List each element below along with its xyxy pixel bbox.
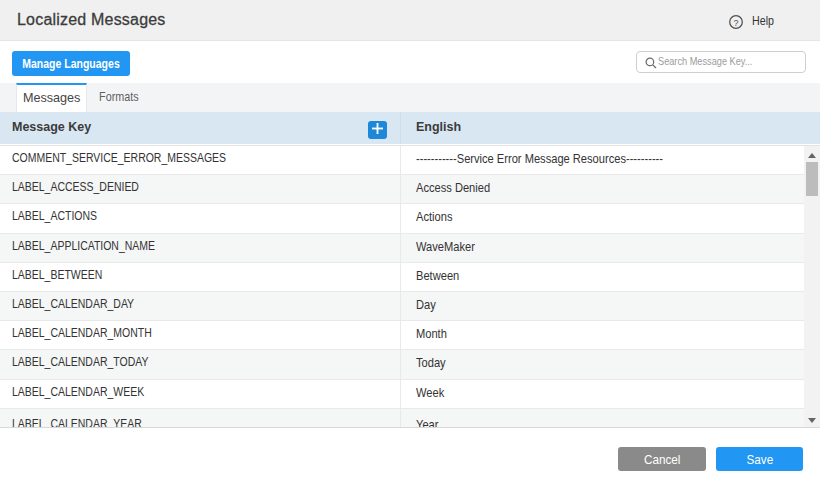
- svg-text:?: ?: [733, 17, 738, 27]
